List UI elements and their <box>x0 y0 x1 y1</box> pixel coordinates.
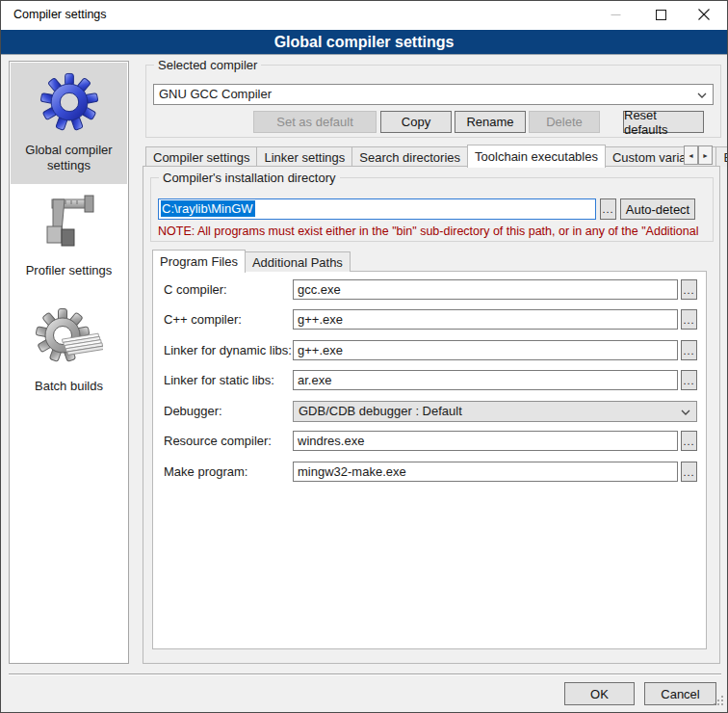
sidebar-item-batch-builds[interactable]: Batch builds <box>11 303 127 403</box>
cancel-button[interactable]: Cancel <box>644 682 716 705</box>
minimize-icon <box>611 9 621 23</box>
chevron-down-icon <box>681 409 690 415</box>
close-button[interactable] <box>687 1 721 30</box>
installation-directory-input[interactable]: C:\raylib\MinGW <box>158 198 596 220</box>
caliper-icon <box>39 191 100 255</box>
button-label: Copy <box>402 115 430 129</box>
maximize-button[interactable] <box>643 1 678 30</box>
ellipsis-icon: ... <box>683 466 694 478</box>
window-title: Compiler settings <box>13 8 107 21</box>
page-title: Global compiler settings <box>1 30 727 55</box>
browse-linker-dynamic-button[interactable]: ... <box>681 340 697 360</box>
tab-label: Compiler settings <box>153 150 249 165</box>
browse-directory-button[interactable]: ... <box>600 198 616 220</box>
minimize-button[interactable] <box>598 1 633 30</box>
blue-gear-icon <box>39 72 99 135</box>
button-label: Cancel <box>661 687 699 701</box>
debugger-select[interactable]: GDB/CDB debugger : Default <box>293 401 697 422</box>
button-label: Reset defaults <box>624 108 703 137</box>
ellipsis-icon: ... <box>683 436 694 447</box>
field-label: Linker for static libs: <box>164 373 274 387</box>
group-legend: Compiler's installation directory <box>159 171 340 185</box>
chevron-down-icon <box>697 92 707 98</box>
field-label: C++ compiler: <box>164 312 242 327</box>
titlebar: Compiler settings <box>1 1 727 30</box>
sidebar-item-label: Profiler settings <box>26 263 113 278</box>
ellipsis-icon: ... <box>602 203 613 215</box>
delete-button[interactable]: Delete <box>529 111 600 133</box>
resource-compiler-input[interactable] <box>293 431 678 451</box>
program-files-page: C compiler: ... C++ compiler: ... Linker… <box>152 271 707 649</box>
sidebar-item-label: Global compiler settings <box>11 143 127 173</box>
ellipsis-icon: ... <box>683 284 694 296</box>
ok-button[interactable]: OK <box>564 682 635 705</box>
rename-button[interactable]: Rename <box>455 111 526 133</box>
tab-label: Toolchain executables <box>475 149 598 164</box>
tab-label: Build <box>723 150 728 165</box>
auto-detect-button[interactable]: Auto-detect <box>620 198 695 220</box>
browse-cpp-compiler-button[interactable]: ... <box>681 309 697 330</box>
tab-search-directories[interactable]: Search directories <box>351 146 468 167</box>
make-program-input[interactable] <box>293 462 678 482</box>
browse-c-compiler-button[interactable]: ... <box>681 279 697 300</box>
tab-linker-settings[interactable]: Linker settings <box>256 146 352 167</box>
tab-program-files[interactable]: Program Files <box>152 250 246 273</box>
browse-linker-static-button[interactable]: ... <box>681 370 697 390</box>
button-label: Rename <box>466 115 513 129</box>
compiler-select-value: GNU GCC Compiler <box>159 87 272 101</box>
tab-label: Additional Paths <box>252 255 343 270</box>
tab-scroll-left-button[interactable]: ◄ <box>684 145 698 165</box>
compiler-settings-dialog: Compiler settings Global compiler settin… <box>0 0 728 713</box>
tab-label: Program Files <box>160 254 238 269</box>
ellipsis-icon: ... <box>683 345 694 356</box>
set-as-default-button[interactable]: Set as default <box>253 111 377 133</box>
program-files-tabstrip: Program Files Additional Paths <box>152 249 350 272</box>
note-text: NOTE: All programs must exist either in … <box>158 224 715 238</box>
ellipsis-icon: ... <box>683 375 694 386</box>
cpp-compiler-input[interactable] <box>293 309 678 330</box>
field-label: Make program: <box>164 464 247 479</box>
close-icon <box>698 9 710 23</box>
tab-additional-paths[interactable]: Additional Paths <box>245 251 351 272</box>
tab-build-options[interactable]: Build <box>715 146 728 167</box>
ellipsis-icon: ... <box>683 314 694 326</box>
browse-make-program-button[interactable]: ... <box>681 462 697 482</box>
field-label: C compiler: <box>164 282 227 297</box>
sidebar-item-profiler-settings[interactable]: Profiler settings <box>11 187 127 287</box>
browse-resource-compiler-button[interactable]: ... <box>681 431 697 451</box>
debugger-select-value: GDB/CDB debugger : Default <box>299 404 462 418</box>
settings-category-list: Global compiler settings <box>9 61 129 664</box>
tab-label: Search directories <box>359 150 460 165</box>
button-label: Delete <box>546 115 583 129</box>
arrow-left-icon: ◄ <box>688 152 694 159</box>
button-label: Set as default <box>276 115 353 129</box>
settings-tabstrip: Compiler settings Linker settings Search… <box>145 144 728 167</box>
footer-divider <box>9 673 721 675</box>
button-label: OK <box>590 687 609 701</box>
tab-toolchain-executables[interactable]: Toolchain executables <box>467 145 606 168</box>
linker-static-input[interactable] <box>293 370 678 390</box>
field-label: Linker for dynamic libs: <box>164 343 292 357</box>
field-label: Debugger: <box>164 404 222 418</box>
tab-scroll-right-button[interactable]: ► <box>698 145 713 165</box>
tab-compiler-settings[interactable]: Compiler settings <box>145 146 257 167</box>
c-compiler-input[interactable] <box>293 279 678 300</box>
sidebar-item-global-compiler-settings[interactable]: Global compiler settings <box>11 63 127 184</box>
copy-button[interactable]: Copy <box>380 111 452 133</box>
linker-dynamic-input[interactable] <box>293 340 678 360</box>
resize-grip-icon[interactable] <box>713 695 724 709</box>
button-label: Auto-detect <box>626 202 690 217</box>
maximize-icon <box>656 9 666 23</box>
grey-gear-stack-icon <box>36 306 103 371</box>
arrow-right-icon: ► <box>702 152 709 159</box>
sidebar-item-label: Batch builds <box>35 379 103 394</box>
compiler-select[interactable]: GNU GCC Compiler <box>153 84 714 105</box>
group-legend: Selected compiler <box>154 58 261 72</box>
field-label: Resource compiler: <box>164 434 272 448</box>
tab-label: Linker settings <box>264 150 345 165</box>
selected-path-text: C:\raylib\MinGW <box>161 200 255 217</box>
reset-defaults-button[interactable]: Reset defaults <box>623 111 704 133</box>
